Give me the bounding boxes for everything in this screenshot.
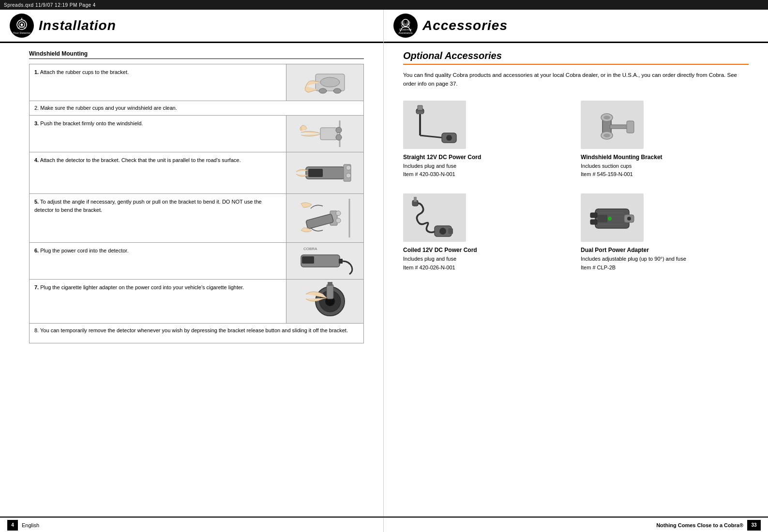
cobra-tagline: Nothing Comes Close to a Cobra®: [656, 522, 743, 528]
tagline-bold: Nothing: [656, 522, 677, 528]
step-1-text: 1. Attach the rubber cups to the bracket…: [30, 64, 286, 101]
step-2-text: 2. Make sure the rubber cups and your wi…: [30, 101, 363, 115]
svg-rect-53: [448, 228, 453, 234]
step-4-svg: [291, 152, 359, 193]
accessory-3-name: Coiled 12V DC Power Cord: [403, 247, 571, 253]
main-content: Your Detector Installation Windshield Mo…: [0, 10, 768, 532]
svg-rect-62: [598, 215, 607, 222]
svg-point-7: [333, 89, 341, 93]
list-item: Dual Port Power Adapter Includes adjusta…: [581, 193, 749, 272]
svg-rect-45: [610, 125, 629, 129]
coiled-cord-image: [403, 193, 466, 242]
accessory-1-detail-2: Item # 420-030-N-001: [403, 170, 571, 179]
installation-table: 1. Attach the rubber cups to the bracket…: [29, 64, 364, 343]
svg-rect-21: [305, 214, 333, 229]
svg-point-20: [336, 218, 341, 223]
step-4-image: [286, 152, 363, 193]
list-item: Straight 12V DC Power Cord Includes plug…: [403, 101, 571, 179]
step-5-text: 5. To adjust the angle if necessary, gen…: [30, 194, 286, 242]
svg-point-6: [319, 89, 327, 93]
file-info: Spreads.qxd 11/9/07 12:19 PM Page 4: [4, 2, 96, 8]
optional-accessories-desc: You can find quality Cobra products and …: [403, 71, 749, 89]
list-item: Coiled 12V DC Power Cord Includes plug a…: [403, 193, 571, 272]
table-row: 1. Attach the rubber cups to the bracket…: [30, 64, 363, 101]
table-row: 4. Attach the detector to the bracket. C…: [30, 152, 363, 194]
svg-rect-25: [302, 256, 314, 264]
step-6-image: COBRA: [286, 243, 363, 279]
table-row: 6. Plug the power cord into the detector…: [30, 243, 363, 280]
svg-point-56: [627, 217, 631, 221]
list-item: Windshield Mounting Bracket Includes suc…: [581, 101, 749, 179]
optional-accessories-title: Optional Accessories: [403, 50, 749, 65]
svg-point-11: [336, 134, 342, 140]
accessory-3-detail-2: Item # 420-026-N-001: [403, 264, 571, 272]
mounting-bracket-image: [581, 101, 644, 149]
svg-rect-41: [417, 111, 423, 114]
coiled-cord-svg: [406, 194, 464, 240]
svg-rect-29: [327, 284, 333, 299]
accessory-2-name: Windshield Mounting Bracket: [581, 154, 749, 161]
top-bar: Spreads.qxd 11/9/07 12:19 PM Page 4: [0, 0, 768, 10]
bracket-svg: [583, 102, 641, 148]
table-row: 3. Push the bracket firmly onto the wind…: [30, 116, 363, 152]
accessories-grid: Straight 12V DC Power Cord Includes plug…: [403, 101, 749, 272]
svg-rect-23: [339, 259, 343, 264]
accessory-4-detail-1: Includes adjustable plug (up to 90°) and…: [581, 255, 749, 264]
left-icon-label: Your Detector: [10, 31, 34, 35]
svg-point-15: [346, 165, 351, 170]
step-8-text: 8. You can temporarily remove the detect…: [30, 324, 363, 343]
right-content: Optional Accessories You can find qualit…: [384, 43, 768, 517]
right-page: Customer Assistance Accessories Optional…: [384, 10, 768, 532]
language-label: English: [22, 522, 39, 528]
right-bottom-bar: Nothing Comes Close to a Cobra® 33: [384, 517, 768, 532]
svg-rect-9: [320, 128, 337, 140]
left-bottom-bar: 4 English: [0, 517, 384, 532]
svg-text:COBRA: COBRA: [303, 247, 317, 251]
table-row: 5. To adjust the angle if necessary, gen…: [30, 194, 363, 243]
step-7-image: [286, 280, 363, 323]
step-6-text: 6. Plug the power cord into the detector…: [30, 243, 286, 279]
accessory-2-detail-2: Item # 545-159-N-001: [581, 170, 749, 179]
step-7-text: 7. Plug the cigarette lighter adapter on…: [30, 280, 286, 323]
svg-point-16: [346, 173, 351, 178]
accessory-1-name: Straight 12V DC Power Cord: [403, 154, 571, 161]
step-5-svg: [291, 194, 359, 242]
step-3-text: 3. Push the bracket firmly onto the wind…: [30, 116, 286, 152]
svg-rect-37: [418, 105, 422, 110]
accessory-4-detail-2: Item # CLP-2B: [581, 264, 749, 272]
svg-point-47: [603, 116, 610, 119]
svg-point-52: [439, 228, 446, 235]
step-6-svg: COBRA: [291, 243, 359, 279]
step-5-image: [286, 194, 363, 242]
accessory-3-detail-1: Includes plug and fuse: [403, 255, 571, 264]
accessory-2-detail-1: Includes suction cups: [581, 162, 749, 171]
table-row: 7. Plug the cigarette lighter adapter on…: [30, 280, 363, 324]
step-1-image: [286, 64, 363, 101]
left-page: Your Detector Installation Windshield Mo…: [0, 10, 384, 532]
svg-point-59: [608, 217, 612, 221]
step-4-text: 4. Attach the detector to the bracket. C…: [30, 152, 286, 193]
step-1-svg: [291, 64, 359, 101]
windshield-section-title: Windshield Mounting: [29, 50, 364, 59]
left-header: Your Detector Installation: [0, 10, 383, 43]
accessory-1-detail-1: Includes plug and fuse: [403, 162, 571, 171]
left-content: Windshield Mounting 1. Attach the rubber…: [0, 43, 383, 517]
svg-point-19: [336, 211, 341, 216]
dual-port-adapter-image: [581, 193, 644, 242]
table-row: 2. Make sure the rubber cups and your wi…: [30, 101, 363, 116]
right-header-icon: Customer Assistance: [393, 14, 418, 38]
svg-point-2: [21, 24, 23, 26]
left-page-title: Installation: [39, 18, 116, 33]
step-7-svg: [291, 280, 359, 323]
svg-point-5: [320, 77, 340, 87]
dual-adapter-svg: [583, 194, 641, 240]
right-header: Customer Assistance Accessories: [384, 10, 768, 43]
svg-rect-57: [590, 213, 597, 218]
svg-rect-13: [308, 169, 323, 177]
step-3-svg: [291, 116, 359, 152]
right-page-number: 33: [747, 520, 761, 531]
svg-rect-30: [328, 282, 332, 286]
svg-point-10: [336, 127, 342, 133]
left-footer: 4 English: [0, 517, 384, 532]
svg-rect-46: [627, 121, 634, 133]
